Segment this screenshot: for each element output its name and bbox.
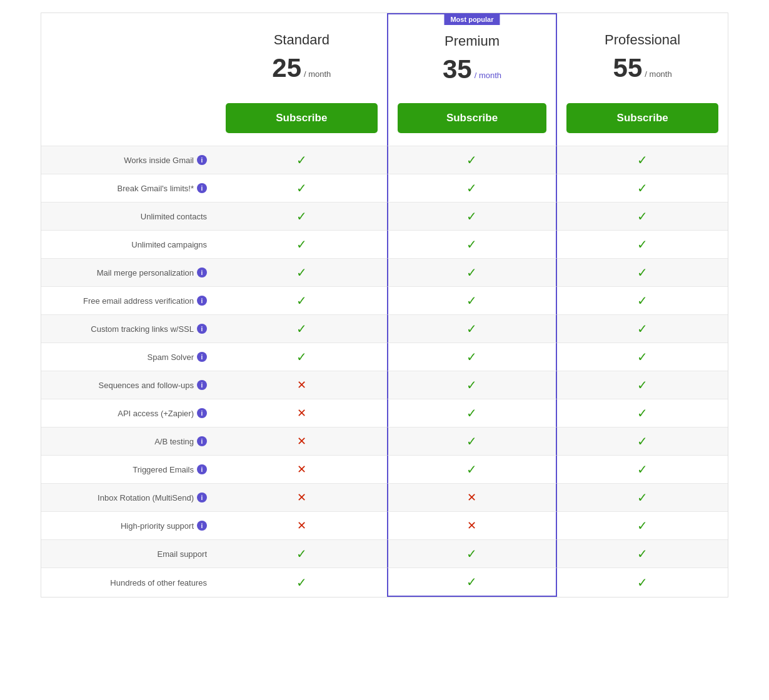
info-icon[interactable]: i bbox=[197, 183, 207, 193]
feature-label-cell: Email support bbox=[41, 539, 216, 568]
feature-cell-premium: ✓ bbox=[387, 342, 558, 371]
subscribe-empty-cell bbox=[41, 103, 216, 146]
feature-cell-professional: ✓ bbox=[557, 146, 728, 174]
feature-label-text: Inbox Rotation (MultiSend) bbox=[98, 493, 194, 502]
check-icon: ✓ bbox=[637, 349, 648, 364]
info-icon[interactable]: i bbox=[197, 352, 207, 362]
subscribe-button-standard[interactable]: Subscribe bbox=[226, 103, 378, 133]
feature-cell-professional: ✓ bbox=[557, 258, 728, 286]
check-icon: ✓ bbox=[296, 321, 307, 336]
info-icon[interactable]: i bbox=[197, 155, 207, 165]
info-icon[interactable]: i bbox=[197, 296, 207, 306]
feature-cell-premium: ✓ bbox=[387, 399, 558, 427]
feature-cell-professional: ✓ bbox=[557, 427, 728, 455]
feature-cell-standard: ✕ bbox=[216, 427, 387, 455]
check-icon: ✓ bbox=[296, 152, 307, 168]
feature-cell-standard: ✕ bbox=[216, 371, 387, 399]
feature-cell-professional: ✓ bbox=[557, 342, 728, 371]
check-icon: ✓ bbox=[296, 349, 307, 364]
feature-cell-premium: ✓ bbox=[387, 314, 558, 342]
feature-label-cell: Free email address verificationi bbox=[41, 286, 216, 314]
subscribe-cell-professional: Subscribe bbox=[557, 103, 728, 146]
feature-cell-premium: ✓ bbox=[387, 286, 558, 314]
feature-cell-standard: ✓ bbox=[216, 286, 387, 314]
info-icon[interactable]: i bbox=[197, 436, 207, 446]
feature-cell-standard: ✓ bbox=[216, 230, 387, 258]
feature-cell-standard: ✓ bbox=[216, 202, 387, 230]
feature-cell-standard: ✓ bbox=[216, 314, 387, 342]
info-icon[interactable]: i bbox=[197, 521, 207, 531]
check-icon: ✓ bbox=[296, 265, 307, 280]
pricing-table: Standard25/ monthMost popularPremium35/ … bbox=[41, 12, 728, 598]
check-icon: ✓ bbox=[296, 209, 307, 224]
check-icon: ✓ bbox=[296, 575, 307, 590]
check-icon: ✓ bbox=[296, 237, 307, 252]
feature-cell-premium: ✓ bbox=[387, 455, 558, 483]
check-icon: ✓ bbox=[637, 181, 648, 196]
feature-cell-standard: ✕ bbox=[216, 455, 387, 483]
subscribe-button-professional[interactable]: Subscribe bbox=[566, 103, 718, 133]
subscribe-button-premium[interactable]: Subscribe bbox=[398, 103, 547, 133]
feature-label-cell: Unlimited contacts bbox=[41, 202, 216, 230]
feature-cell-professional: ✓ bbox=[557, 371, 728, 399]
info-icon[interactable]: i bbox=[197, 492, 207, 502]
check-icon: ✓ bbox=[296, 181, 307, 196]
info-icon[interactable]: i bbox=[197, 268, 207, 278]
feature-label-text: Works inside Gmail bbox=[124, 156, 194, 165]
feature-cell-professional: ✓ bbox=[557, 568, 728, 597]
feature-cell-standard: ✓ bbox=[216, 174, 387, 202]
feature-label-cell: High-priority supporti bbox=[41, 511, 216, 539]
plan-name-professional: Professional bbox=[566, 32, 718, 48]
check-icon: ✓ bbox=[637, 406, 648, 421]
check-icon: ✓ bbox=[466, 574, 477, 589]
price-amount-premium: 35 bbox=[443, 54, 472, 84]
feature-label-text: Email support bbox=[158, 549, 207, 559]
check-icon: ✓ bbox=[466, 546, 477, 561]
feature-cell-standard: ✓ bbox=[216, 568, 387, 597]
check-icon: ✓ bbox=[296, 546, 307, 561]
check-icon: ✓ bbox=[466, 349, 477, 364]
feature-label-cell: Hundreds of other features bbox=[41, 568, 216, 597]
check-icon: ✓ bbox=[466, 462, 477, 477]
feature-cell-professional: ✓ bbox=[557, 483, 728, 511]
feature-label-text: A/B testing bbox=[154, 437, 194, 446]
feature-cell-professional: ✓ bbox=[557, 230, 728, 258]
price-amount-professional: 55 bbox=[613, 53, 643, 83]
feature-cell-standard: ✓ bbox=[216, 342, 387, 371]
subscribe-cell-standard: Subscribe bbox=[216, 103, 387, 146]
info-icon[interactable]: i bbox=[197, 324, 207, 334]
price-amount-standard: 25 bbox=[272, 53, 301, 83]
feature-cell-premium: ✕ bbox=[387, 511, 558, 539]
feature-label-text: API access (+Zapier) bbox=[118, 409, 194, 418]
plan-header-professional: Professional55/ month bbox=[557, 13, 728, 103]
check-icon: ✓ bbox=[466, 265, 477, 280]
subscribe-cell-premium: Subscribe bbox=[387, 103, 558, 146]
check-icon: ✓ bbox=[637, 434, 648, 449]
feature-label-text: Unlimited contacts bbox=[141, 212, 207, 221]
feature-cell-professional: ✓ bbox=[557, 399, 728, 427]
feature-cell-premium: ✓ bbox=[387, 202, 558, 230]
info-icon[interactable]: i bbox=[197, 380, 207, 390]
check-icon: ✓ bbox=[637, 152, 648, 168]
check-icon: ✓ bbox=[466, 378, 477, 392]
feature-label-cell: API access (+Zapier)i bbox=[41, 399, 216, 427]
feature-cell-premium: ✓ bbox=[387, 174, 558, 202]
check-icon: ✓ bbox=[637, 378, 648, 392]
cross-icon: ✕ bbox=[297, 519, 306, 532]
info-icon[interactable]: i bbox=[197, 464, 207, 474]
check-icon: ✓ bbox=[466, 152, 477, 168]
check-icon: ✓ bbox=[637, 209, 648, 224]
feature-label-cell: Break Gmail's limits!*i bbox=[41, 174, 216, 202]
plan-price-professional: 55/ month bbox=[566, 53, 718, 83]
feature-cell-standard: ✓ bbox=[216, 539, 387, 568]
check-icon: ✓ bbox=[637, 462, 648, 477]
cross-icon: ✕ bbox=[297, 378, 306, 392]
check-icon: ✓ bbox=[466, 406, 477, 421]
feature-label-cell: Unlimited campaigns bbox=[41, 230, 216, 258]
feature-cell-professional: ✓ bbox=[557, 174, 728, 202]
feature-cell-premium: ✓ bbox=[387, 146, 558, 174]
most-popular-badge: Most popular bbox=[444, 14, 500, 25]
check-icon: ✓ bbox=[466, 237, 477, 252]
info-icon[interactable]: i bbox=[197, 408, 207, 418]
feature-cell-premium: ✓ bbox=[387, 258, 558, 286]
